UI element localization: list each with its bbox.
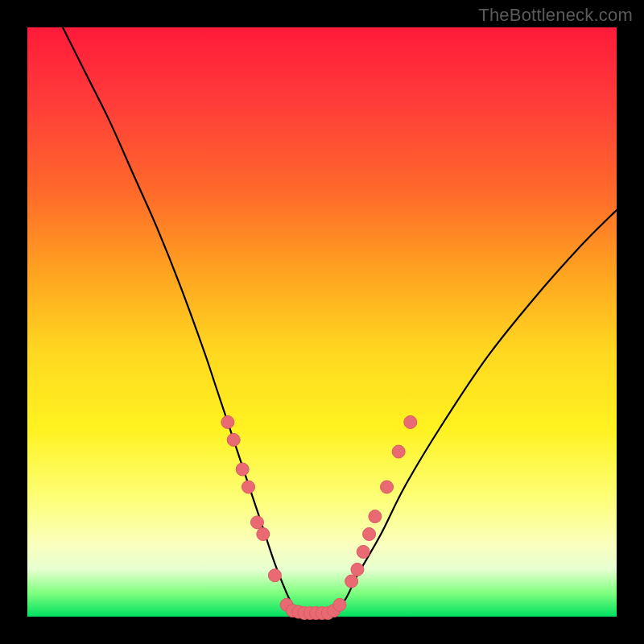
curve-layer <box>27 27 617 617</box>
curve-marker <box>345 575 358 588</box>
curve-marker <box>404 415 417 428</box>
curve-marker <box>257 528 270 541</box>
curve-marker <box>357 545 369 558</box>
curve-marker <box>392 445 405 458</box>
curve-marker <box>250 516 263 529</box>
curve-marker <box>227 433 240 446</box>
curve-marker <box>363 528 376 541</box>
curve-markers <box>221 415 417 619</box>
curve-marker <box>236 463 249 476</box>
curve-marker <box>351 563 364 576</box>
bottleneck-curve <box>63 27 617 614</box>
curve-marker <box>221 415 234 428</box>
curve-marker <box>381 481 394 493</box>
curve-marker <box>242 481 255 493</box>
chart-frame: TheBottleneck.com <box>0 0 644 644</box>
curve-marker <box>268 569 281 582</box>
watermark-text: TheBottleneck.com <box>478 5 633 26</box>
curve-marker <box>333 598 346 611</box>
plot-area <box>27 27 617 617</box>
curve-marker <box>369 510 382 523</box>
